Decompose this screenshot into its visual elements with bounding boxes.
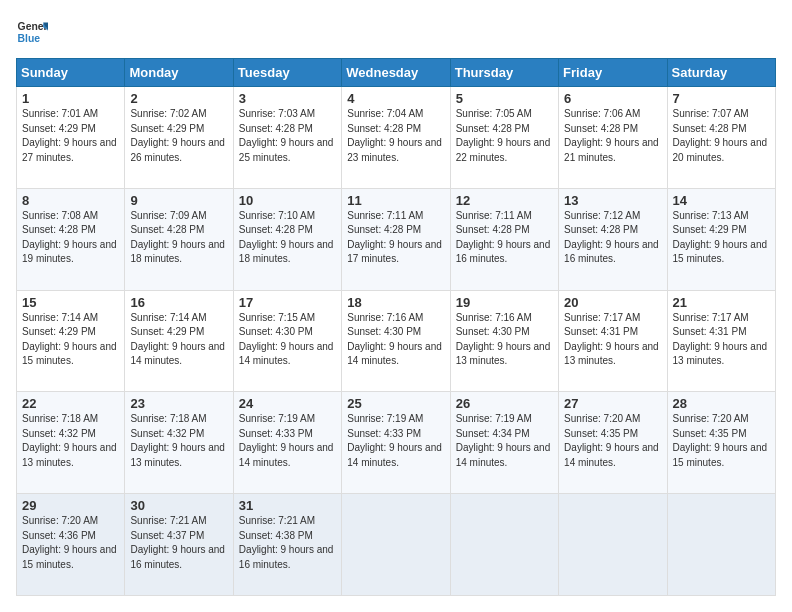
day-info: Sunrise: 7:07 AMSunset: 4:28 PMDaylight:… <box>673 108 768 163</box>
day-number: 9 <box>130 193 227 208</box>
day-info: Sunrise: 7:13 AMSunset: 4:29 PMDaylight:… <box>673 210 768 265</box>
calendar-day-cell: 11 Sunrise: 7:11 AMSunset: 4:28 PMDaylig… <box>342 188 450 290</box>
calendar-weekday-header: Monday <box>125 59 233 87</box>
day-info: Sunrise: 7:16 AMSunset: 4:30 PMDaylight:… <box>347 312 442 367</box>
day-number: 26 <box>456 396 553 411</box>
calendar-day-cell: 19 Sunrise: 7:16 AMSunset: 4:30 PMDaylig… <box>450 290 558 392</box>
day-info: Sunrise: 7:12 AMSunset: 4:28 PMDaylight:… <box>564 210 659 265</box>
calendar-day-cell: 16 Sunrise: 7:14 AMSunset: 4:29 PMDaylig… <box>125 290 233 392</box>
calendar-day-cell: 14 Sunrise: 7:13 AMSunset: 4:29 PMDaylig… <box>667 188 775 290</box>
calendar-day-cell: 9 Sunrise: 7:09 AMSunset: 4:28 PMDayligh… <box>125 188 233 290</box>
calendar-day-cell: 27 Sunrise: 7:20 AMSunset: 4:35 PMDaylig… <box>559 392 667 494</box>
day-number: 28 <box>673 396 770 411</box>
day-number: 3 <box>239 91 336 106</box>
calendar-day-cell: 6 Sunrise: 7:06 AMSunset: 4:28 PMDayligh… <box>559 87 667 189</box>
calendar-day-cell: 3 Sunrise: 7:03 AMSunset: 4:28 PMDayligh… <box>233 87 341 189</box>
day-number: 23 <box>130 396 227 411</box>
day-info: Sunrise: 7:01 AMSunset: 4:29 PMDaylight:… <box>22 108 117 163</box>
calendar-day-cell: 1 Sunrise: 7:01 AMSunset: 4:29 PMDayligh… <box>17 87 125 189</box>
day-info: Sunrise: 7:19 AMSunset: 4:34 PMDaylight:… <box>456 413 551 468</box>
page: General Blue SundayMondayTuesdayWednesda… <box>0 0 792 612</box>
calendar-day-cell: 23 Sunrise: 7:18 AMSunset: 4:32 PMDaylig… <box>125 392 233 494</box>
calendar-day-cell: 31 Sunrise: 7:21 AMSunset: 4:38 PMDaylig… <box>233 494 341 596</box>
day-number: 2 <box>130 91 227 106</box>
day-number: 17 <box>239 295 336 310</box>
calendar-week-row: 29 Sunrise: 7:20 AMSunset: 4:36 PMDaylig… <box>17 494 776 596</box>
calendar-week-row: 1 Sunrise: 7:01 AMSunset: 4:29 PMDayligh… <box>17 87 776 189</box>
day-info: Sunrise: 7:18 AMSunset: 4:32 PMDaylight:… <box>22 413 117 468</box>
day-number: 6 <box>564 91 661 106</box>
calendar-day-cell: 15 Sunrise: 7:14 AMSunset: 4:29 PMDaylig… <box>17 290 125 392</box>
day-number: 18 <box>347 295 444 310</box>
day-info: Sunrise: 7:19 AMSunset: 4:33 PMDaylight:… <box>239 413 334 468</box>
calendar-week-row: 8 Sunrise: 7:08 AMSunset: 4:28 PMDayligh… <box>17 188 776 290</box>
calendar-header-row: SundayMondayTuesdayWednesdayThursdayFrid… <box>17 59 776 87</box>
day-info: Sunrise: 7:17 AMSunset: 4:31 PMDaylight:… <box>673 312 768 367</box>
day-number: 21 <box>673 295 770 310</box>
calendar-day-cell: 5 Sunrise: 7:05 AMSunset: 4:28 PMDayligh… <box>450 87 558 189</box>
calendar-day-cell: 4 Sunrise: 7:04 AMSunset: 4:28 PMDayligh… <box>342 87 450 189</box>
day-number: 20 <box>564 295 661 310</box>
calendar-day-cell: 22 Sunrise: 7:18 AMSunset: 4:32 PMDaylig… <box>17 392 125 494</box>
calendar-day-cell: 28 Sunrise: 7:20 AMSunset: 4:35 PMDaylig… <box>667 392 775 494</box>
day-number: 29 <box>22 498 119 513</box>
day-number: 4 <box>347 91 444 106</box>
day-info: Sunrise: 7:11 AMSunset: 4:28 PMDaylight:… <box>456 210 551 265</box>
day-info: Sunrise: 7:16 AMSunset: 4:30 PMDaylight:… <box>456 312 551 367</box>
day-info: Sunrise: 7:18 AMSunset: 4:32 PMDaylight:… <box>130 413 225 468</box>
day-info: Sunrise: 7:20 AMSunset: 4:36 PMDaylight:… <box>22 515 117 570</box>
calendar-week-row: 15 Sunrise: 7:14 AMSunset: 4:29 PMDaylig… <box>17 290 776 392</box>
calendar-day-cell <box>667 494 775 596</box>
calendar-day-cell: 2 Sunrise: 7:02 AMSunset: 4:29 PMDayligh… <box>125 87 233 189</box>
calendar-day-cell: 10 Sunrise: 7:10 AMSunset: 4:28 PMDaylig… <box>233 188 341 290</box>
calendar-day-cell: 29 Sunrise: 7:20 AMSunset: 4:36 PMDaylig… <box>17 494 125 596</box>
day-info: Sunrise: 7:15 AMSunset: 4:30 PMDaylight:… <box>239 312 334 367</box>
day-info: Sunrise: 7:20 AMSunset: 4:35 PMDaylight:… <box>673 413 768 468</box>
day-number: 24 <box>239 396 336 411</box>
calendar-day-cell <box>559 494 667 596</box>
day-info: Sunrise: 7:06 AMSunset: 4:28 PMDaylight:… <box>564 108 659 163</box>
day-info: Sunrise: 7:17 AMSunset: 4:31 PMDaylight:… <box>564 312 659 367</box>
day-info: Sunrise: 7:11 AMSunset: 4:28 PMDaylight:… <box>347 210 442 265</box>
calendar-day-cell: 24 Sunrise: 7:19 AMSunset: 4:33 PMDaylig… <box>233 392 341 494</box>
day-info: Sunrise: 7:21 AMSunset: 4:38 PMDaylight:… <box>239 515 334 570</box>
generalblue-icon: General Blue <box>16 16 48 48</box>
day-number: 8 <box>22 193 119 208</box>
day-number: 16 <box>130 295 227 310</box>
day-info: Sunrise: 7:09 AMSunset: 4:28 PMDaylight:… <box>130 210 225 265</box>
calendar-day-cell: 18 Sunrise: 7:16 AMSunset: 4:30 PMDaylig… <box>342 290 450 392</box>
calendar-weekday-header: Thursday <box>450 59 558 87</box>
day-number: 13 <box>564 193 661 208</box>
calendar-day-cell: 12 Sunrise: 7:11 AMSunset: 4:28 PMDaylig… <box>450 188 558 290</box>
calendar-day-cell: 17 Sunrise: 7:15 AMSunset: 4:30 PMDaylig… <box>233 290 341 392</box>
calendar-day-cell: 25 Sunrise: 7:19 AMSunset: 4:33 PMDaylig… <box>342 392 450 494</box>
day-info: Sunrise: 7:20 AMSunset: 4:35 PMDaylight:… <box>564 413 659 468</box>
calendar-day-cell: 26 Sunrise: 7:19 AMSunset: 4:34 PMDaylig… <box>450 392 558 494</box>
calendar-day-cell: 30 Sunrise: 7:21 AMSunset: 4:37 PMDaylig… <box>125 494 233 596</box>
calendar-table: SundayMondayTuesdayWednesdayThursdayFrid… <box>16 58 776 596</box>
header: General Blue <box>16 16 776 48</box>
day-number: 11 <box>347 193 444 208</box>
day-info: Sunrise: 7:04 AMSunset: 4:28 PMDaylight:… <box>347 108 442 163</box>
day-number: 30 <box>130 498 227 513</box>
day-info: Sunrise: 7:19 AMSunset: 4:33 PMDaylight:… <box>347 413 442 468</box>
day-number: 12 <box>456 193 553 208</box>
calendar-day-cell: 8 Sunrise: 7:08 AMSunset: 4:28 PMDayligh… <box>17 188 125 290</box>
day-number: 31 <box>239 498 336 513</box>
calendar-weekday-header: Saturday <box>667 59 775 87</box>
day-number: 27 <box>564 396 661 411</box>
day-number: 19 <box>456 295 553 310</box>
calendar-day-cell: 21 Sunrise: 7:17 AMSunset: 4:31 PMDaylig… <box>667 290 775 392</box>
day-info: Sunrise: 7:02 AMSunset: 4:29 PMDaylight:… <box>130 108 225 163</box>
day-number: 10 <box>239 193 336 208</box>
calendar-day-cell: 20 Sunrise: 7:17 AMSunset: 4:31 PMDaylig… <box>559 290 667 392</box>
svg-text:Blue: Blue <box>18 33 41 44</box>
day-number: 1 <box>22 91 119 106</box>
calendar-day-cell <box>450 494 558 596</box>
day-info: Sunrise: 7:05 AMSunset: 4:28 PMDaylight:… <box>456 108 551 163</box>
day-number: 14 <box>673 193 770 208</box>
day-number: 7 <box>673 91 770 106</box>
calendar-day-cell <box>342 494 450 596</box>
day-number: 22 <box>22 396 119 411</box>
day-info: Sunrise: 7:10 AMSunset: 4:28 PMDaylight:… <box>239 210 334 265</box>
